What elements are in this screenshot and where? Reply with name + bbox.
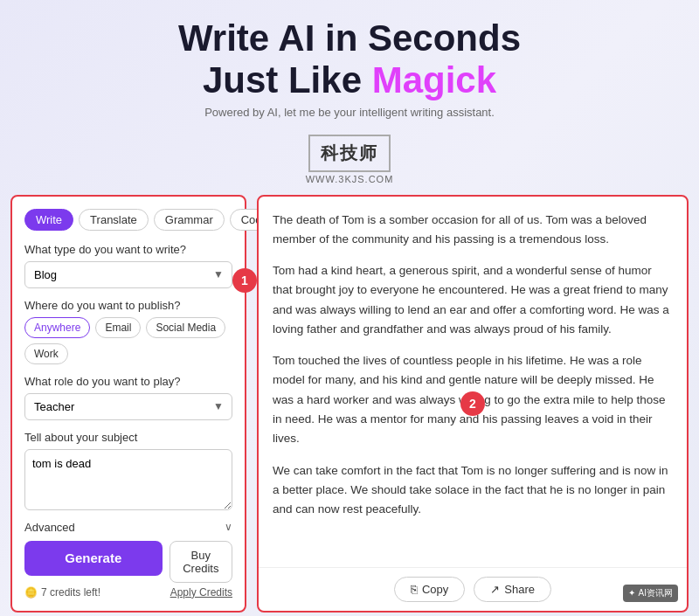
type-select-wrapper: Blog Article Essay Story ▼ (24, 261, 232, 288)
role-select-wrapper: Teacher Student Writer Editor ▼ (24, 393, 232, 420)
type-select[interactable]: Blog Article Essay Story (24, 261, 232, 288)
copy-icon: ⎘ (411, 583, 418, 596)
advanced-chevron-icon: ∨ (225, 521, 232, 533)
apply-credits-link[interactable]: Apply Credits (170, 586, 232, 599)
publish-work[interactable]: Work (24, 343, 68, 364)
left-panel: 1 Write Translate Grammar Coding What ty… (10, 195, 246, 613)
logo-box: 科技师 (308, 135, 391, 172)
magick-word: Magick (372, 59, 496, 100)
paragraph-1: The death of Tom is a somber occasion fo… (273, 211, 673, 250)
step-badge-2: 2 (460, 391, 485, 416)
tab-translate[interactable]: Translate (79, 209, 149, 231)
publish-email[interactable]: Email (95, 317, 141, 338)
tab-grammar[interactable]: Grammar (154, 209, 225, 231)
publish-social[interactable]: Social Media (146, 317, 225, 338)
generated-text: The death of Tom is a somber occasion fo… (259, 197, 687, 567)
main-content: 1 Write Translate Grammar Coding What ty… (0, 195, 699, 616)
generate-button[interactable]: Generate (24, 541, 163, 576)
headline: Write AI in Seconds Just Like Magick (17, 17, 682, 102)
subtitle: Powered by AI, let me be your intelligen… (17, 106, 682, 119)
header: Write AI in Seconds Just Like Magick Pow… (0, 0, 699, 128)
paragraph-2: Tom had a kind heart, a generous spirit,… (273, 261, 673, 339)
watermark-icon: ✦ (628, 588, 635, 598)
advanced-label: Advanced (24, 521, 75, 534)
headline-line2: Just Like Magick (203, 59, 496, 100)
right-panel: 2 The death of Tom is a somber occasion … (257, 195, 689, 613)
publish-anywhere[interactable]: Anywhere (24, 317, 90, 338)
copy-button[interactable]: ⎘ Copy (394, 577, 465, 602)
logo-url: WWW.3KJS.COM (0, 174, 699, 184)
watermark: ✦ AI资讯网 (623, 585, 678, 602)
subject-textarea[interactable]: tom is dead (24, 449, 232, 510)
action-buttons: Generate Buy Credits (24, 541, 232, 583)
credits-left: 🪙 7 credits left! (24, 586, 100, 599)
bottom-row: 🪙 7 credits left! Apply Credits (24, 586, 232, 599)
subject-label: Tell about your subject (24, 431, 232, 444)
watermark-text: AI资讯网 (639, 587, 673, 599)
advanced-row[interactable]: Advanced ∨ (24, 514, 232, 541)
tabs-row: Write Translate Grammar Coding (24, 209, 232, 231)
buy-credits-button[interactable]: Buy Credits (170, 541, 232, 583)
logo-chinese: 科技师 (321, 143, 378, 163)
role-label: What role do you want to play? (24, 375, 232, 388)
share-button[interactable]: ↗ Share (474, 577, 551, 602)
headline-line1: Write AI in Seconds (178, 17, 521, 59)
share-icon: ↗ (490, 583, 500, 596)
role-select[interactable]: Teacher Student Writer Editor (24, 393, 232, 420)
coin-icon: 🪙 (24, 586, 38, 599)
publish-label: Where do you want to publish? (24, 299, 232, 312)
paragraph-4: We can take comfort in the fact that Tom… (273, 461, 673, 520)
step-badge-1: 1 (232, 268, 257, 293)
publish-row: Anywhere Email Social Media Work (24, 317, 232, 364)
logo-area: 科技师 WWW.3KJS.COM (0, 135, 699, 184)
tab-write[interactable]: Write (24, 209, 73, 231)
type-label: What type do you want to write? (24, 243, 232, 256)
